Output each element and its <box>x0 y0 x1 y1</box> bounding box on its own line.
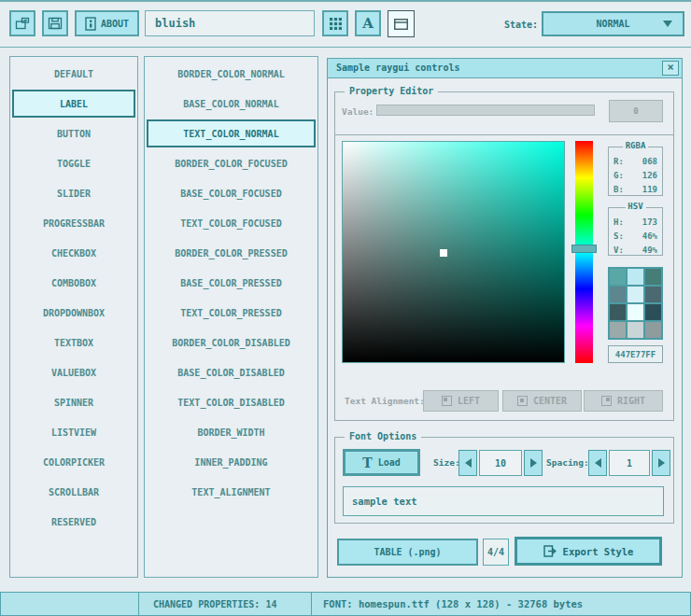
arrow-left-icon <box>465 458 472 468</box>
control-list-item[interactable]: RESERVED <box>10 507 137 537</box>
property-list-item[interactable]: TEXT_COLOR_PRESSED <box>145 298 317 328</box>
hsv-row-h: H: 173 <box>609 215 662 229</box>
control-list-item[interactable]: TEXTBOX <box>10 328 137 357</box>
control-list-item[interactable]: SLIDER <box>10 178 137 208</box>
control-list-item[interactable]: SCROLLBAR <box>10 477 137 507</box>
style-color-swatch[interactable] <box>610 287 626 302</box>
control-list-item[interactable]: BUTTON <box>10 119 137 148</box>
about-button-label: ABOUT <box>101 19 129 29</box>
window-title-bar[interactable]: Sample raygui controls × <box>328 59 682 78</box>
control-list-item[interactable]: DROPDOWNBOX <box>10 298 137 328</box>
property-list-item[interactable]: TEXT_COLOR_NORMAL <box>147 119 316 147</box>
sample-text-input[interactable]: sample text <box>343 486 664 516</box>
style-color-table <box>608 267 663 340</box>
spacing-label: Spacing: <box>546 457 589 468</box>
property-list-item[interactable]: TEXT_COLOR_FOCUSED <box>145 208 317 238</box>
changed-properties-status: CHANGED PROPERTIES: 14 <box>139 593 312 615</box>
align-left-button[interactable]: LEFT <box>423 390 499 412</box>
font-view-button[interactable]: A <box>355 10 381 36</box>
info-icon <box>85 17 96 31</box>
style-color-swatch[interactable] <box>645 287 661 302</box>
font-t-icon: T <box>362 456 372 469</box>
control-list-item[interactable]: DEFAULT <box>10 59 137 89</box>
properties-listview: BORDER_COLOR_NORMALBASE_COLOR_NORMALTEXT… <box>144 56 318 578</box>
hue-slider-handle[interactable] <box>571 245 597 253</box>
hue-bar[interactable] <box>575 141 593 363</box>
style-color-swatch[interactable] <box>645 269 661 285</box>
style-color-swatch[interactable] <box>610 269 626 285</box>
align-right-icon <box>601 396 612 406</box>
style-color-swatch[interactable] <box>645 322 661 338</box>
state-dropdown[interactable]: NORMAL <box>542 11 684 36</box>
style-color-swatch[interactable] <box>610 304 626 320</box>
rgba-group: RGBA R: 068 G: 126 B: 119 <box>608 147 663 196</box>
rgba-row-r: R: 068 <box>609 154 662 168</box>
spacing-increment-button[interactable] <box>652 450 670 476</box>
control-list-item[interactable]: VALUEBOX <box>10 357 137 387</box>
status-cell-empty <box>1 593 139 615</box>
load-font-button[interactable]: T Load <box>343 449 420 476</box>
align-center-button[interactable]: CENTER <box>502 390 582 412</box>
spacing-value-box[interactable]: 1 <box>609 450 650 476</box>
control-list-item[interactable]: COLORPICKER <box>10 447 137 477</box>
hex-color-value[interactable]: 447E77FF <box>608 345 663 363</box>
window-close-button[interactable]: × <box>662 61 679 76</box>
property-list-item[interactable]: INNER_PADDING <box>145 447 317 477</box>
control-list-item[interactable]: LABEL <box>12 90 135 118</box>
arrow-left-icon <box>595 458 601 468</box>
controls-view-button[interactable] <box>388 10 415 37</box>
color-picker-marker[interactable] <box>440 249 447 257</box>
style-color-swatch[interactable] <box>628 322 643 338</box>
size-increment-button[interactable] <box>524 450 543 476</box>
property-list-item[interactable]: TEXT_ALIGNMENT <box>145 477 317 507</box>
size-decrement-button[interactable] <box>458 450 477 476</box>
property-list-item[interactable]: BORDER_COLOR_FOCUSED <box>145 148 317 178</box>
value-slider[interactable] <box>376 105 595 116</box>
load-font-button-label: Load <box>378 457 401 468</box>
export-icon <box>543 545 557 557</box>
about-button[interactable]: ABOUT <box>75 10 139 36</box>
control-list-item[interactable]: PROGRESSBAR <box>10 208 137 238</box>
style-color-swatch[interactable] <box>628 287 643 302</box>
control-list-item[interactable]: TOGGLE <box>10 148 137 178</box>
size-value-box[interactable]: 10 <box>479 450 522 476</box>
arrow-right-icon <box>530 458 537 468</box>
open-file-button[interactable] <box>9 10 35 36</box>
export-style-button[interactable]: Export Style <box>515 537 662 566</box>
style-table-view-button[interactable] <box>322 10 348 36</box>
style-count-box: 4/4 <box>483 539 509 566</box>
property-list-item[interactable]: TEXT_COLOR_DISABLED <box>145 387 317 417</box>
hsv-group-title: HSV <box>625 202 645 211</box>
property-list-item[interactable]: BORDER_COLOR_NORMAL <box>145 59 317 89</box>
font-a-icon: A <box>362 15 374 32</box>
floppy-save-icon <box>48 17 63 30</box>
property-list-item[interactable]: BORDER_COLOR_PRESSED <box>145 238 317 268</box>
property-list-item[interactable]: BASE_COLOR_PRESSED <box>145 268 317 298</box>
style-name-input[interactable] <box>145 10 315 36</box>
control-list-item[interactable]: LISTVIEW <box>10 417 137 447</box>
export-style-button-label: Export Style <box>563 546 634 557</box>
style-color-swatch[interactable] <box>645 304 661 320</box>
control-list-item[interactable]: COMBOBOX <box>10 268 137 298</box>
control-list-item[interactable]: SPINNER <box>10 387 137 417</box>
property-list-item[interactable]: BASE_COLOR_FOCUSED <box>145 178 317 208</box>
arrow-right-icon <box>658 458 665 468</box>
property-list-item[interactable]: BORDER_COLOR_DISABLED <box>145 328 317 357</box>
align-right-button[interactable]: RIGHT <box>584 390 663 412</box>
property-list-item[interactable]: BASE_COLOR_DISABLED <box>145 357 317 387</box>
style-color-swatch[interactable] <box>628 304 643 320</box>
grid-icon <box>330 18 342 30</box>
hsv-group: HSV H: 173 S: 46% V: 49% <box>608 207 663 256</box>
toolbar: ABOUT A State: NORMA <box>0 0 691 48</box>
property-list-item[interactable]: BASE_COLOR_NORMAL <box>145 89 317 119</box>
export-format-button[interactable]: TABLE (.png) <box>337 539 478 566</box>
spacing-decrement-button[interactable] <box>588 450 607 476</box>
style-color-swatch[interactable] <box>610 322 626 338</box>
property-list-item[interactable]: BORDER_WIDTH <box>145 417 317 447</box>
style-color-swatch[interactable] <box>628 269 643 285</box>
control-list-item[interactable]: CHECKBOX <box>10 238 137 268</box>
value-box[interactable]: 0 <box>609 100 663 122</box>
rguistyler-app: ABOUT A State: NORMA <box>0 0 691 616</box>
color-saturation-value-panel[interactable] <box>342 141 565 363</box>
save-file-button[interactable] <box>42 10 68 36</box>
